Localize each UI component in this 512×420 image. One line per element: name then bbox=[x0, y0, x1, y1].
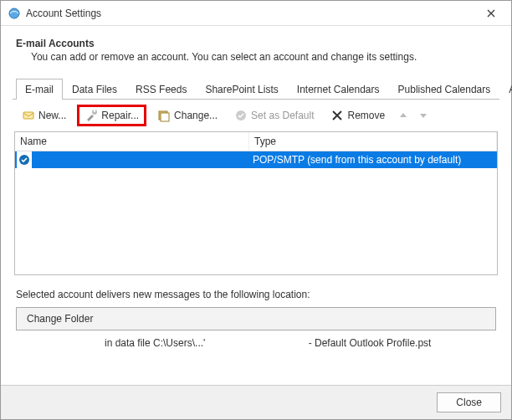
tabstrip: E-mail Data Files RSS Feeds SharePoint L… bbox=[13, 78, 499, 100]
close-icon bbox=[487, 9, 495, 18]
new-label: New... bbox=[38, 110, 66, 121]
change-button[interactable]: Change... bbox=[151, 106, 223, 125]
dialog-footer: Close bbox=[1, 385, 511, 419]
column-name[interactable]: Name bbox=[15, 132, 249, 151]
column-type[interactable]: Type bbox=[249, 132, 497, 151]
app-icon bbox=[8, 7, 21, 20]
dialog-body: E-mail Accounts You can add or remove an… bbox=[1, 26, 511, 385]
account-row[interactable]: POP/SMTP (send from this account by defa… bbox=[15, 151, 497, 168]
tab-email[interactable]: E-mail bbox=[16, 79, 63, 100]
change-label: Change... bbox=[174, 110, 218, 121]
section-description: You can add or remove an account. You ca… bbox=[31, 51, 499, 63]
arrow-up-icon bbox=[399, 111, 407, 120]
titlebar: Account Settings bbox=[1, 1, 511, 26]
change-folder-button[interactable]: Change Folder bbox=[16, 307, 496, 330]
window-title: Account Settings bbox=[26, 8, 101, 19]
set-default-label: Set as Default bbox=[251, 110, 314, 121]
remove-label: Remove bbox=[347, 110, 385, 121]
new-icon bbox=[22, 109, 35, 122]
tab-sharepoint-lists[interactable]: SharePoint Lists bbox=[196, 79, 287, 100]
repair-icon bbox=[84, 109, 98, 122]
tab-published-calendars[interactable]: Published Calendars bbox=[389, 79, 500, 100]
account-settings-window: Account Settings E-mail Accounts You can… bbox=[0, 0, 512, 420]
new-button[interactable]: New... bbox=[16, 106, 72, 125]
window-close-button[interactable] bbox=[476, 2, 506, 25]
delivery-info: Selected account delivers new messages t… bbox=[16, 289, 496, 300]
arrow-down-icon bbox=[419, 111, 428, 120]
close-button[interactable]: Close bbox=[437, 392, 501, 412]
tab-rss-feeds[interactable]: RSS Feeds bbox=[126, 79, 196, 100]
svg-rect-1 bbox=[23, 112, 33, 119]
move-up-button bbox=[396, 108, 411, 123]
remove-button[interactable]: Remove bbox=[325, 106, 391, 125]
accounts-list[interactable]: Name Type POP/SMTP (send from this accou… bbox=[14, 131, 498, 275]
set-default-button: Set as Default bbox=[228, 106, 320, 125]
list-header: Name Type bbox=[15, 132, 497, 151]
svg-rect-5 bbox=[161, 113, 169, 121]
check-icon bbox=[234, 109, 248, 122]
toolbar: New... Repair... Change... Set as Defaul… bbox=[13, 100, 499, 131]
tab-data-files[interactable]: Data Files bbox=[63, 79, 126, 100]
svg-point-0 bbox=[9, 8, 19, 18]
default-account-icon bbox=[17, 151, 32, 168]
tab-address-books[interactable]: Address Books bbox=[499, 79, 512, 100]
section-title: E-mail Accounts bbox=[16, 38, 499, 49]
change-icon bbox=[157, 109, 171, 122]
remove-icon bbox=[330, 109, 344, 122]
tab-internet-calendars[interactable]: Internet Calendars bbox=[288, 79, 389, 100]
account-type: POP/SMTP (send from this account by defa… bbox=[249, 154, 497, 166]
move-down-button bbox=[416, 108, 431, 123]
svg-rect-3 bbox=[94, 110, 95, 112]
repair-label: Repair... bbox=[101, 110, 139, 121]
repair-button[interactable]: Repair... bbox=[77, 105, 146, 126]
delivery-path: in data file C:\Users\...' - Default Out… bbox=[105, 337, 496, 349]
